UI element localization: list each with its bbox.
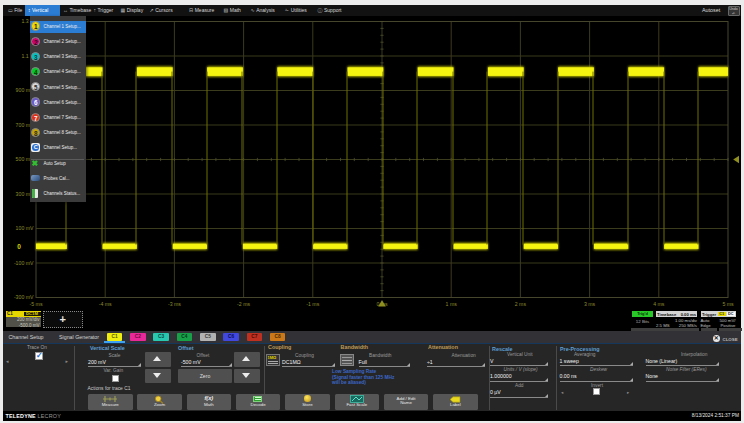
svg-text:-2 ms: -2 ms — [237, 300, 250, 306]
svg-text:-4 ms: -4 ms — [99, 300, 112, 306]
svg-text:3 ms: 3 ms — [584, 300, 596, 306]
svg-text:2 ms: 2 ms — [515, 300, 527, 306]
svg-text:-5 ms: -5 ms — [30, 300, 43, 306]
svg-text:0: 0 — [17, 242, 21, 249]
svg-text:5 ms: 5 ms — [722, 300, 734, 306]
svg-text:-3 ms: -3 ms — [168, 300, 181, 306]
svg-text:-100 mV: -100 mV — [14, 259, 34, 265]
svg-text:4 ms: 4 ms — [653, 300, 665, 306]
svg-text:-1 ms: -1 ms — [306, 300, 319, 306]
svg-text:1 ms: 1 ms — [446, 300, 458, 306]
svg-text:-300 mV: -300 mV — [14, 294, 34, 300]
svg-text:100 mV: 100 mV — [16, 225, 34, 231]
